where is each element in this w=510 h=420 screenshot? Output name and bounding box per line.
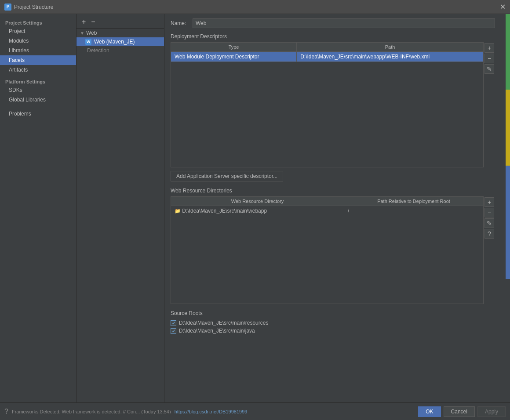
content-scroll: Name: Deployment Descriptors Type Path — [171, 18, 504, 398]
cancel-button[interactable]: Cancel — [444, 406, 475, 417]
deployment-col-type: Type — [171, 43, 297, 52]
resource-col-path: Path Relative to Deployment Root — [344, 197, 484, 206]
source-root-item-1: ✔ D:\Idea\Maven_JE\src\main\java — [171, 327, 495, 335]
name-row: Name: — [171, 18, 495, 28]
source-roots-section: Source Roots ✔ D:\Idea\Maven_JE\src\main… — [171, 310, 495, 335]
web-resource-dirs-header: Web Resource Directories — [171, 188, 495, 194]
web-maven-label: Web (Maven_JE) — [94, 39, 135, 45]
resource-help-button[interactable]: ? — [484, 229, 494, 239]
expand-arrow-icon: ▼ — [80, 31, 84, 36]
project-settings-label: Project Settings — [0, 18, 76, 26]
facets-tree-panel: + − ▼ Web W Web (Maven_JE) Detection — [76, 14, 164, 402]
facets-tree-item-web-maven[interactable]: W Web (Maven_JE) — [76, 37, 164, 46]
bottom-status: ? Frameworks Detected: Web framework is … — [4, 408, 415, 416]
source-root-checkbox-0[interactable]: ✔ — [171, 320, 176, 326]
table-row-empty — [171, 216, 484, 304]
source-root-item-0: ✔ D:\Idea\Maven_JE\src\main\resources — [171, 319, 495, 327]
source-root-path-0: D:\Idea\Maven_JE\src\main\resources — [179, 320, 268, 326]
deployment-table: Type Path Web Module Deployment Descript… — [171, 42, 484, 167]
help-icon[interactable]: ? — [4, 408, 8, 416]
add-server-button[interactable]: Add Application Server specific descript… — [171, 171, 283, 181]
facets-tree-item-web[interactable]: ▼ Web — [76, 29, 164, 37]
deployment-path-cell: D:\Idea\Maven_JE\src\main\webapp\WEB-INF… — [297, 52, 484, 62]
sidebar-item-modules[interactable]: Modules — [0, 36, 76, 46]
deployment-type-cell: Web Module Deployment Descriptor — [171, 52, 297, 62]
status-link[interactable]: https://blog.csdn.net/DB19981999 — [175, 409, 248, 414]
sidebar-item-facets[interactable]: Facets — [0, 55, 76, 65]
sidebar: Project Settings Project Modules Librari… — [0, 14, 76, 402]
name-label: Name: — [171, 20, 193, 26]
table-row-empty — [171, 62, 484, 167]
app-icon: P — [4, 4, 11, 11]
resource-wrapper: Web Resource Directory Path Relative to … — [171, 196, 495, 306]
right-color-stripe — [506, 14, 510, 393]
table-row[interactable]: Web Module Deployment Descriptor D:\Idea… — [171, 52, 484, 62]
deployment-remove-button[interactable]: − — [484, 54, 494, 63]
resource-side-buttons: + − ✎ ? — [484, 196, 495, 306]
deployment-table-area: Type Path Web Module Deployment Descript… — [171, 42, 484, 171]
resource-add-button[interactable]: + — [484, 197, 494, 207]
sidebar-item-sdks[interactable]: SDKs — [0, 85, 76, 95]
deployment-col-path: Path — [297, 43, 484, 52]
ok-button[interactable]: OK — [418, 406, 441, 417]
deployment-edit-button[interactable]: ✎ — [484, 64, 494, 74]
deployment-add-button[interactable]: + — [484, 43, 494, 53]
sidebar-item-project[interactable]: Project — [0, 26, 76, 36]
title-bar-left: P Project Structure — [4, 4, 53, 11]
remove-facet-button[interactable]: − — [89, 18, 97, 26]
content-area: Name: Deployment Descriptors Type Path — [164, 14, 510, 402]
web-maven-icon: W — [85, 39, 91, 45]
resource-col-dir: Web Resource Directory — [171, 197, 344, 206]
source-root-checkbox-1[interactable]: ✔ — [171, 328, 176, 334]
status-text: Frameworks Detected: Web framework is de… — [12, 409, 171, 414]
deployment-descriptors-header: Deployment Descriptors — [171, 33, 495, 40]
sidebar-item-artifacts[interactable]: Artifacts — [0, 65, 76, 75]
sidebar-item-global-libraries[interactable]: Global Libraries — [0, 95, 76, 105]
resource-edit-button[interactable]: ✎ — [484, 218, 494, 228]
window-title: Project Structure — [14, 4, 53, 10]
deployment-wrapper: Type Path Web Module Deployment Descript… — [171, 42, 495, 171]
resource-remove-button[interactable]: − — [484, 208, 494, 217]
facets-toolbar: + − — [76, 16, 164, 29]
table-row[interactable]: 📁 D:\Idea\Maven_JE\src\main\webapp / — [171, 206, 484, 216]
platform-settings-label: Platform Settings — [0, 75, 76, 85]
name-input[interactable] — [193, 18, 495, 28]
resource-path-cell: / — [344, 206, 484, 216]
resource-dir-cell: 📁 D:\Idea\Maven_JE\src\main\webapp — [171, 206, 344, 216]
deployment-side-buttons: + − ✎ — [484, 42, 495, 171]
source-roots-header: Source Roots — [171, 310, 495, 316]
add-facet-button[interactable]: + — [80, 18, 87, 26]
sidebar-item-libraries[interactable]: Libraries — [0, 46, 76, 55]
bottom-bar: ? Frameworks Detected: Web framework is … — [0, 402, 510, 420]
resource-table: Web Resource Directory Path Relative to … — [171, 196, 484, 304]
main-container: Project Settings Project Modules Librari… — [0, 14, 510, 402]
source-root-path-1: D:\Idea\Maven_JE\src\main\java — [179, 328, 255, 334]
title-bar: P Project Structure ✕ — [0, 0, 510, 14]
sidebar-item-problems[interactable]: Problems — [0, 109, 76, 119]
resource-table-area: Web Resource Directory Path Relative to … — [171, 196, 484, 306]
facets-tree-item-detection[interactable]: Detection — [76, 46, 164, 55]
web-tree-label: Web — [86, 30, 97, 36]
close-button[interactable]: ✕ — [500, 4, 506, 11]
apply-button[interactable]: Apply — [477, 406, 506, 417]
folder-icon: 📁 — [175, 209, 181, 214]
